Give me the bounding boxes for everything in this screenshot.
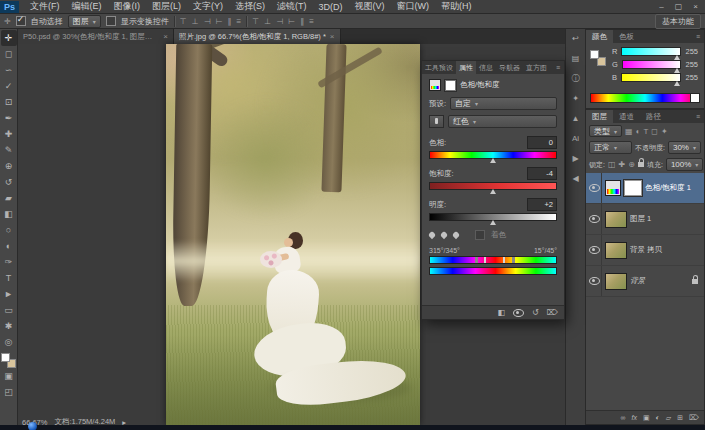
panel-menu-icon[interactable]: ≡ bbox=[692, 30, 704, 43]
red-value[interactable]: 255 bbox=[685, 47, 698, 56]
show-transform-checkbox[interactable] bbox=[106, 16, 116, 26]
reset-icon[interactable]: ↺ bbox=[532, 308, 539, 317]
clip-to-layer-icon[interactable]: ◧ bbox=[497, 308, 505, 317]
new-layer-icon[interactable]: ⊞ bbox=[677, 414, 683, 422]
history-panel-icon[interactable]: ↩ bbox=[572, 34, 579, 44]
panel-menu-icon[interactable]: ≡ bbox=[692, 110, 704, 123]
blue-slider[interactable] bbox=[621, 73, 681, 82]
white-chip[interactable] bbox=[690, 94, 699, 102]
blue-value[interactable]: 255 bbox=[685, 73, 698, 82]
hue-range-ramp-top[interactable] bbox=[429, 256, 557, 264]
marquee-tool[interactable]: ◻ bbox=[1, 46, 17, 62]
targeted-adjustment-icon[interactable] bbox=[429, 115, 444, 128]
move-tool[interactable]: ✛ bbox=[1, 30, 17, 46]
distribute-vcenter-icon[interactable]: ≡ bbox=[309, 17, 314, 26]
new-group-icon[interactable]: ▱ bbox=[666, 414, 671, 422]
slider-thumb[interactable] bbox=[490, 220, 496, 225]
subtract-from-sample-eyedropper-icon[interactable] bbox=[452, 231, 460, 239]
layer-name[interactable]: 色相/饱和度 1 bbox=[645, 183, 691, 193]
slider-thumb[interactable] bbox=[674, 81, 680, 86]
lock-transparency-icon[interactable]: ◫ bbox=[608, 160, 616, 169]
toggle-visibility-icon[interactable] bbox=[513, 309, 524, 317]
layer-row-hue-saturation[interactable]: 色相/饱和度 1 bbox=[586, 173, 704, 204]
lock-position-icon[interactable]: ✚ bbox=[619, 160, 626, 169]
green-value[interactable]: 255 bbox=[685, 60, 698, 69]
align-center-icon[interactable]: ∥ bbox=[228, 17, 232, 26]
tab-close-icon[interactable]: × bbox=[163, 32, 168, 41]
path-selection-tool[interactable]: ► bbox=[1, 286, 17, 302]
eye-icon[interactable] bbox=[589, 277, 600, 285]
workspace-switcher-button[interactable]: 基本功能 bbox=[655, 14, 701, 29]
menu-window[interactable]: 窗口(W) bbox=[391, 0, 436, 13]
menu-type[interactable]: 文字(Y) bbox=[187, 0, 229, 13]
layer-name[interactable]: 背景 拷贝 bbox=[630, 245, 662, 255]
distribute-top-icon[interactable]: ⊤ bbox=[252, 17, 259, 26]
foreground-color-swatch[interactable] bbox=[590, 50, 599, 59]
panel-menu-icon[interactable]: ≡ bbox=[552, 61, 564, 74]
document-photo[interactable] bbox=[166, 44, 420, 425]
align-left-icon[interactable]: ⊣ bbox=[204, 17, 211, 26]
align-middle-icon[interactable]: ≡ bbox=[237, 17, 242, 26]
navigator-panel-icon[interactable]: ▲ bbox=[572, 114, 580, 124]
restore-button[interactable]: ▢ bbox=[675, 2, 683, 11]
new-adjustment-icon[interactable]: ◐ bbox=[656, 414, 660, 421]
shape-tool[interactable]: ▭ bbox=[1, 302, 17, 318]
add-to-sample-eyedropper-icon[interactable] bbox=[440, 231, 448, 239]
delete-adjustment-icon[interactable]: ⌦ bbox=[547, 308, 558, 317]
lasso-tool[interactable]: ∽ bbox=[1, 62, 17, 78]
distribute-right-icon[interactable]: ⊢ bbox=[288, 17, 295, 26]
align-right-icon[interactable]: ⊢ bbox=[216, 17, 223, 26]
layer-thumbnail[interactable] bbox=[605, 273, 627, 290]
menu-edit[interactable]: 编辑(E) bbox=[66, 0, 108, 13]
delete-layer-icon[interactable]: ⌦ bbox=[689, 414, 699, 422]
filter-smartobject-icon[interactable]: ✦ bbox=[661, 127, 668, 136]
close-button[interactable]: × bbox=[693, 2, 698, 11]
fill-dropdown[interactable]: 100% bbox=[666, 158, 703, 171]
tab-layers[interactable]: 图层 bbox=[586, 110, 613, 123]
brush-tool[interactable]: ✎ bbox=[1, 142, 17, 158]
layer-name[interactable]: 图层 1 bbox=[630, 214, 651, 224]
eye-icon[interactable] bbox=[589, 215, 600, 223]
gradient-tool[interactable]: ◧ bbox=[1, 206, 17, 222]
info-panel-icon[interactable]: ⓘ bbox=[572, 74, 580, 84]
collapse-panel-icon[interactable]: ◀ bbox=[572, 174, 578, 184]
align-bottom-icon[interactable]: ⊥ bbox=[192, 17, 199, 26]
zoom-tool[interactable]: ◎ bbox=[1, 334, 17, 350]
hue-slider[interactable] bbox=[429, 151, 557, 159]
menu-file[interactable]: 文件(F) bbox=[24, 0, 66, 13]
start-orb-icon[interactable] bbox=[28, 422, 37, 430]
expand-panel-icon[interactable]: ▶ bbox=[572, 154, 578, 164]
menu-layer[interactable]: 图层(L) bbox=[146, 0, 187, 13]
eyedropper-icon[interactable] bbox=[428, 231, 436, 239]
auto-select-target-dropdown[interactable]: 图层 bbox=[68, 15, 101, 28]
pen-tool[interactable]: ✑ bbox=[1, 254, 17, 270]
auto-select-checkbox[interactable] bbox=[16, 16, 26, 26]
hue-value[interactable]: 0 bbox=[527, 136, 557, 149]
align-top-icon[interactable]: ⊤ bbox=[180, 17, 187, 26]
layer-row-background[interactable]: 背景 bbox=[586, 266, 704, 297]
distribute-hcenter-icon[interactable]: ∥ bbox=[300, 17, 304, 26]
colorize-checkbox[interactable] bbox=[475, 230, 485, 240]
filter-shape-icon[interactable]: ◻ bbox=[651, 127, 658, 136]
layer-row-layer1[interactable]: 图层 1 bbox=[586, 204, 704, 235]
tab-histogram[interactable]: 直方图 bbox=[523, 61, 550, 74]
eye-icon[interactable] bbox=[589, 246, 600, 254]
slider-thumb[interactable] bbox=[490, 158, 496, 163]
filter-type-icon[interactable]: T bbox=[643, 127, 648, 136]
type-tool[interactable]: T bbox=[1, 270, 17, 286]
actions-panel-icon[interactable]: ▤ bbox=[572, 54, 580, 64]
layer-row-background-copy[interactable]: 背景 拷贝 bbox=[586, 235, 704, 266]
lock-pixels-icon[interactable]: ⊕ bbox=[628, 160, 635, 169]
color-spectrum-ramp[interactable] bbox=[590, 93, 700, 103]
menu-select[interactable]: 选择(S) bbox=[229, 0, 271, 13]
channel-dropdown[interactable]: 红色 bbox=[448, 115, 557, 128]
blur-tool[interactable]: ○ bbox=[1, 222, 17, 238]
tab-properties[interactable]: 属性 bbox=[456, 61, 476, 74]
eyedropper-tool[interactable]: ✒ bbox=[1, 110, 17, 126]
foreground-color-swatch[interactable] bbox=[1, 353, 10, 362]
range-marker[interactable] bbox=[503, 257, 505, 263]
opacity-dropdown[interactable]: 30% bbox=[668, 141, 701, 154]
menu-view[interactable]: 视图(V) bbox=[349, 0, 391, 13]
filter-pixel-icon[interactable]: ▦ bbox=[625, 127, 633, 136]
eye-icon[interactable] bbox=[589, 184, 600, 192]
